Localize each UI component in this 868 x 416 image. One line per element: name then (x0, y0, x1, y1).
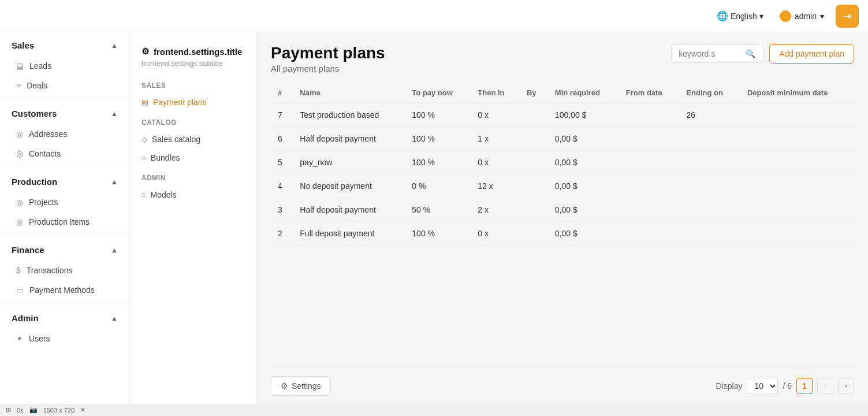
sidebar-item-users-label: Users (29, 334, 50, 343)
sidebar-item-transactions[interactable]: $ Transactions (0, 261, 129, 280)
header-actions: 🔍 Add payment plan (671, 44, 854, 64)
prev-page-button[interactable]: ‹ (817, 378, 833, 394)
table-area: Payment plans All payment plans 🔍 Add pa… (257, 32, 868, 404)
transactions-icon: $ (16, 266, 21, 275)
cell-id: 3 (271, 198, 293, 222)
language-selector[interactable]: 🌐 English ▾ (712, 8, 768, 24)
cell-ending-on (679, 151, 740, 174)
chevron-up-icon: ▲ (111, 246, 118, 254)
add-payment-plan-button[interactable]: Add payment plan (769, 44, 854, 64)
sidebar-section-production: Production ▲ ◎ Projects ◎ Production Ite… (0, 169, 129, 232)
cell-name: Full deposit payment (293, 222, 405, 246)
cell-ending-on (679, 198, 740, 222)
settings-group-catalog-label: Catalog (130, 112, 256, 130)
cell-to-pay-now: 0 % (405, 174, 471, 198)
admin-label: admin (795, 12, 817, 21)
search-input[interactable] (679, 49, 742, 58)
cell-name: pay_now (293, 151, 405, 174)
cell-ending-on (679, 222, 740, 246)
cell-from-date (619, 103, 680, 127)
logout-button[interactable]: ⇥ (836, 5, 859, 28)
display-select[interactable]: 10 20 50 (747, 378, 778, 394)
settings-nav-payment-plans[interactable]: ▤ Payment plans (130, 93, 256, 112)
models-icon: ≡ (141, 191, 146, 199)
cell-from-date (619, 198, 680, 222)
status-camera-icon: 📷 (29, 406, 38, 414)
sidebar-item-projects[interactable]: ◎ Projects (0, 192, 129, 212)
cell-deposit-min-date (740, 103, 854, 127)
admin-menu[interactable]: admin ▾ (775, 8, 829, 24)
cell-then-in: 0 x (471, 103, 520, 127)
table-row[interactable]: 4 No deposit payment 0 % 12 x 0,00 $ (271, 174, 854, 198)
table-row[interactable]: 7 Test production based 100 % 0 x 100,00… (271, 103, 854, 127)
sidebar-item-production-items[interactable]: ◎ Production Items (0, 212, 129, 232)
chevron-up-icon: ▲ (111, 178, 118, 186)
cell-deposit-min-date (740, 198, 854, 222)
status-grid-icon: ⊞ (6, 406, 11, 414)
admin-avatar (780, 10, 791, 22)
table-row[interactable]: 5 pay_now 100 % 0 x 0,00 $ (271, 151, 854, 174)
table-row[interactable]: 3 Half deposit payment 50 % 2 x 0,00 $ (271, 198, 854, 222)
sidebar-item-projects-label: Projects (29, 198, 58, 207)
sidebar-item-transactions-label: Transactions (27, 266, 73, 275)
cell-by (520, 174, 548, 198)
bundles-icon: ○ (141, 154, 146, 162)
sidebar-item-leads[interactable]: ▤ Leads (0, 56, 129, 76)
settings-nav-bundles[interactable]: ○ Bundles (130, 148, 256, 167)
deals-icon: ≡ (16, 81, 21, 90)
col-from-date: From date (619, 83, 680, 103)
next-page-button[interactable]: › (838, 378, 854, 394)
col-deposit-min-date: Deposit minimum date (740, 83, 854, 103)
settings-group-sales-label: Sales (130, 75, 256, 93)
close-icon[interactable]: ✕ (80, 406, 85, 414)
cell-ending-on (679, 127, 740, 151)
chevron-up-icon: ▲ (111, 42, 118, 50)
cell-then-in: 12 x (471, 174, 520, 198)
table-row[interactable]: 2 Full deposit payment 100 % 0 x 0,00 $ (271, 222, 854, 246)
cell-id: 2 (271, 222, 293, 246)
sidebar-item-users[interactable]: ✦ Users (0, 329, 129, 348)
settings-nav-models[interactable]: ≡ Models (130, 185, 256, 204)
sidebar-group-production[interactable]: Production ▲ (0, 169, 129, 192)
cell-min-required: 0,00 $ (548, 198, 619, 222)
sidebar-section-customers: Customers ▲ ◎ Addresses ◎ Contacts (0, 101, 129, 164)
cell-name: Test production based (293, 103, 405, 127)
main-layout: Sales ▲ ▤ Leads ≡ Deals Customers ▲ ◎ Ad… (0, 32, 868, 404)
sidebar-group-admin[interactable]: Admin ▲ (0, 305, 129, 329)
sidebar-group-finance[interactable]: Finance ▲ (0, 237, 129, 261)
cell-to-pay-now: 100 % (405, 103, 471, 127)
sidebar-group-customers[interactable]: Customers ▲ (0, 101, 129, 124)
page-title: Payment plans (271, 44, 385, 62)
col-by: By (520, 83, 548, 103)
sales-catalog-icon: ◇ (141, 135, 147, 144)
settings-gear-icon: ⚙ (281, 381, 288, 391)
sidebar-item-payment-methods-label: Payment Methods (29, 285, 95, 295)
sidebar-item-addresses[interactable]: ◎ Addresses (0, 124, 129, 144)
cell-id: 7 (271, 103, 293, 127)
payment-plans-icon: ▤ (141, 98, 148, 107)
settings-footer-button[interactable]: ⚙ Settings (271, 376, 331, 396)
display-label: Display (716, 381, 743, 391)
settings-nav-payment-plans-label: Payment plans (153, 98, 207, 107)
cell-from-date (619, 222, 680, 246)
cell-ending-on: 26 (679, 103, 740, 127)
sidebar-item-deals[interactable]: ≡ Deals (0, 76, 129, 95)
chevron-up-icon: ▲ (111, 110, 118, 118)
cell-id: 5 (271, 151, 293, 174)
production-items-icon: ◎ (16, 217, 23, 226)
status-bar: ⊞ 0s 📷 868 x 416 ✕ (0, 404, 868, 416)
chevron-down-icon: ▾ (820, 12, 824, 21)
current-page-number[interactable]: 1 (796, 378, 813, 394)
sidebar-item-contacts[interactable]: ◎ Contacts (0, 144, 129, 164)
sidebar-item-leads-label: Leads (29, 61, 51, 70)
page-subtitle: All payment plans (271, 64, 385, 73)
cell-by (520, 151, 548, 174)
search-input-wrapper[interactable]: 🔍 (671, 44, 763, 63)
table-row[interactable]: 6 Half deposit payment 100 % 1 x 0,00 $ (271, 127, 854, 151)
sidebar-group-sales[interactable]: Sales ▲ (0, 32, 129, 56)
sidebar-item-payment-methods[interactable]: ▭ Payment Methods (0, 280, 129, 300)
chevron-up-icon: ▲ (111, 314, 118, 322)
cell-from-date (619, 127, 680, 151)
settings-nav-sales-catalog[interactable]: ◇ Sales catalog (130, 130, 256, 148)
contacts-icon: ◎ (16, 149, 23, 158)
